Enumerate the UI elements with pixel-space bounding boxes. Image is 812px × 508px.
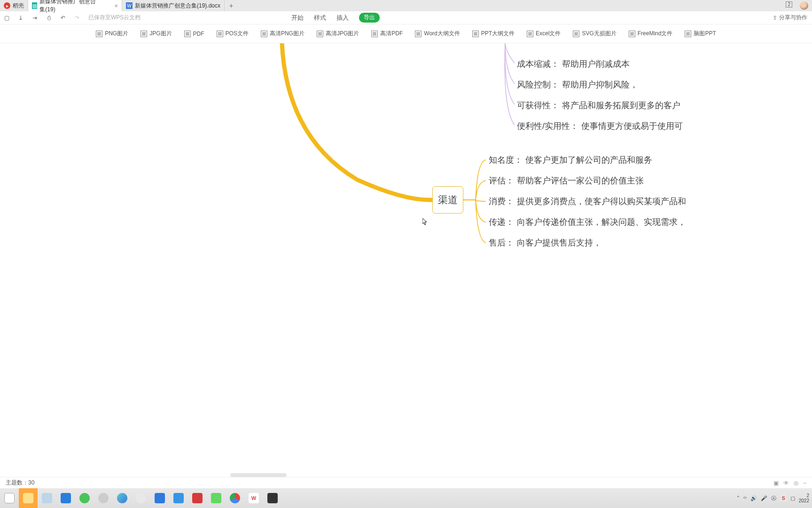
format-label: 高清JPG图片: [326, 30, 359, 38]
leaf-label: 传递：: [489, 217, 514, 227]
format-ppt[interactable]: PPT大纲文件: [472, 30, 515, 38]
format-jpg[interactable]: JPG图片: [141, 30, 172, 38]
leaf-label: 可获得性：: [517, 101, 559, 110]
app-green-button[interactable]: [75, 488, 94, 508]
tray-chevron-up-icon[interactable]: ˄: [737, 495, 740, 501]
format-hdjpg[interactable]: 高清JPG图片: [317, 30, 359, 38]
tray-mic-icon[interactable]: 🎤: [761, 495, 767, 501]
tab-docx[interactable]: W 新媒体营销推广创意合集(19).docx: [122, 0, 225, 11]
app-video-button[interactable]: [169, 488, 188, 508]
format-word[interactable]: Word大纲文件: [415, 30, 460, 38]
format-png[interactable]: PNG图片: [96, 30, 128, 38]
tray-close-icon[interactable]: ⓧ: [771, 495, 776, 502]
status-right-icons: ▣ 👁 ◎ −: [773, 480, 806, 486]
tab-label: 稻壳: [13, 2, 24, 10]
tray-ime-icon[interactable]: S: [780, 495, 786, 501]
format-excel[interactable]: Excel文件: [527, 30, 561, 38]
eye-icon[interactable]: 👁: [783, 480, 789, 486]
node-channel[interactable]: 渠道: [432, 186, 463, 214]
format-pos[interactable]: POS文件: [217, 30, 249, 38]
menu-export[interactable]: 导出: [359, 13, 380, 23]
tab-label: 新媒体营销推广创意合集(19).docx: [135, 2, 220, 10]
leaf-cost-reduction[interactable]: 成本缩减：帮助用户削减成本: [517, 58, 630, 70]
close-icon[interactable]: ×: [114, 2, 118, 9]
menu-start[interactable]: 开始: [291, 14, 304, 22]
app-cloud-button[interactable]: [132, 488, 150, 508]
tray-wifi-icon[interactable]: ⌔: [743, 495, 747, 501]
topic-count: 主题数：30: [6, 479, 34, 487]
word-file-icon: W: [126, 2, 133, 9]
leaf-availability[interactable]: 可获得性：将产品和服务拓展到更多的客户: [517, 100, 680, 111]
mindmap-canvas[interactable]: 渠道 成本缩减：帮助用户削减成本 风险控制：帮助用户抑制风险， 可获得性：将产品…: [0, 43, 812, 488]
format-mindppt[interactable]: 脑图PPT: [685, 30, 716, 38]
mouse-cursor-icon: [422, 218, 429, 225]
tray-volume-icon[interactable]: 🔊: [750, 495, 757, 501]
daoké-icon: ▸: [4, 2, 10, 9]
save-icon[interactable]: ▢: [3, 14, 10, 22]
target-icon[interactable]: ◎: [794, 480, 798, 486]
share-button[interactable]: ⇪ 分享与协作: [773, 14, 807, 22]
leaf-convenience[interactable]: 便利性/实用性：使事情更方便或易于使用可: [517, 120, 683, 132]
word-icon: [415, 31, 422, 37]
redo-icon[interactable]: ↷: [73, 14, 81, 22]
explorer-button[interactable]: [19, 488, 38, 508]
leaf-awareness[interactable]: 知名度：使客户更加了解公司的产品和服务: [489, 154, 652, 166]
format-svg[interactable]: SVG无损图片: [573, 30, 616, 38]
app-globe-button[interactable]: [94, 488, 113, 508]
app-blue-button[interactable]: [56, 488, 75, 508]
wps-button[interactable]: W: [244, 488, 263, 508]
leaf-text: 帮助用户抑制风险，: [562, 80, 638, 89]
tray-notify-icon[interactable]: ▢: [790, 495, 795, 501]
excel-icon: [527, 31, 533, 37]
format-label: Excel文件: [536, 30, 561, 38]
freemind-icon: [629, 31, 635, 37]
app-red-button[interactable]: [188, 488, 207, 508]
tab-bar: ▸ 稻壳 ▤ 新媒体营销推广创意合集(19) × W 新媒体营销推广创意合集(1…: [0, 0, 812, 11]
download-icon[interactable]: ⤓: [17, 14, 24, 22]
minus-icon[interactable]: −: [803, 480, 806, 486]
png-icon: [96, 31, 102, 37]
node-label: 渠道: [438, 193, 458, 206]
toolbar: ▢ ⤓ ⇥ ⎙ ↶ ↷ 已保存至WPS云文档 开始 样式 插入 导出 ⇪ 分享与…: [0, 11, 812, 24]
tab-daoké[interactable]: ▸ 稻壳: [0, 0, 28, 11]
leaf-delivery[interactable]: 传递：向客户传递价值主张，解决问题、实现需求，: [489, 216, 686, 228]
format-label: 高清PNG图片: [270, 30, 304, 38]
app-swirl-button[interactable]: [113, 488, 132, 508]
avatar[interactable]: [800, 1, 808, 10]
topic-count-label: 主题数：: [6, 479, 28, 486]
format-hdpng[interactable]: 高清PNG图片: [261, 30, 304, 38]
toolbar-actions: ▢ ⤓ ⇥ ⎙ ↶ ↷: [0, 14, 81, 22]
notification-badge[interactable]: 2: [786, 1, 792, 8]
tab-mindmap[interactable]: ▤ 新媒体营销推广创意合集(19) ×: [28, 0, 122, 11]
leaf-label: 便利性/实用性：: [517, 121, 578, 131]
format-label: PDF: [193, 31, 204, 37]
share-label: 分享与协作: [779, 14, 807, 22]
format-hdpdf[interactable]: 高清PDF: [371, 30, 403, 38]
status-bar: 主题数：30 ▣ 👁 ◎ −: [0, 477, 812, 488]
chrome-button[interactable]: [226, 488, 244, 508]
format-pdf[interactable]: PDF: [184, 31, 204, 37]
wechat-button[interactable]: [207, 488, 226, 508]
tray-hour: 2: [799, 493, 809, 498]
jpg-icon: [141, 31, 147, 37]
taskview-button[interactable]: [0, 488, 19, 508]
format-freemind[interactable]: FreeMind文件: [629, 30, 673, 38]
horizontal-scrollbar[interactable]: [230, 473, 287, 477]
leaf-evaluation[interactable]: 评估：帮助客户评估一家公司的价值主张: [489, 175, 644, 186]
leaf-purchase[interactable]: 消费：提供更多消费点，使客户得以购买某项产品和: [489, 196, 686, 207]
add-tab-button[interactable]: +: [225, 2, 238, 9]
menu-style[interactable]: 样式: [314, 14, 326, 22]
focus-icon[interactable]: ▣: [773, 480, 779, 486]
menu-tabs: 开始 样式 插入 导出: [291, 13, 380, 23]
undo-icon[interactable]: ↶: [59, 14, 67, 22]
format-brush-icon[interactable]: ⎙: [45, 14, 53, 22]
menu-insert[interactable]: 插入: [336, 14, 349, 22]
leaf-aftersales[interactable]: 售后：向客户提供售后支持，: [489, 237, 601, 248]
tray-clock[interactable]: 2 2022: [799, 493, 809, 503]
app-meeting-button[interactable]: [150, 488, 169, 508]
leaf-label: 成本缩减：: [517, 59, 559, 69]
export-icon[interactable]: ⇥: [31, 14, 39, 22]
app-dark-button[interactable]: [263, 488, 282, 508]
photos-button[interactable]: [38, 488, 56, 508]
leaf-risk-control[interactable]: 风险控制：帮助用户抑制风险，: [517, 79, 638, 90]
